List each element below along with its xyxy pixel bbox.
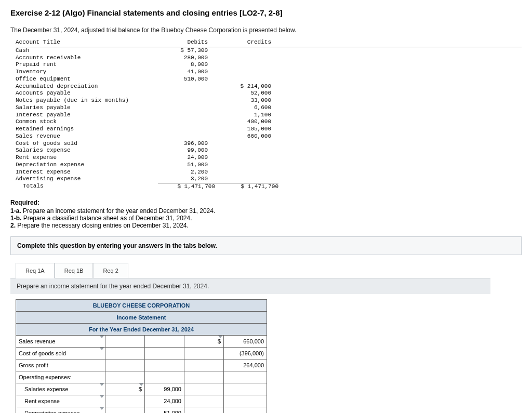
tb-credit: [214, 176, 271, 183]
is-cell[interactable]: [105, 395, 145, 407]
tb-account: Depreciation expense: [16, 162, 151, 169]
tb-totals-label: Totals: [16, 183, 158, 191]
is-row-dep-amount[interactable]: 51,000: [145, 407, 184, 413]
tab-req-2[interactable]: Req 2: [93, 263, 128, 278]
tb-row: Retained earnings105,000: [16, 126, 522, 133]
is-row-rent-amount[interactable]: 24,000: [145, 395, 184, 407]
is-cell[interactable]: [105, 335, 145, 347]
page-title: Exercise 2-12 (Algo) Financial statement…: [10, 8, 522, 17]
tb-debit: [151, 118, 214, 126]
tb-debit: 51,000: [151, 162, 214, 169]
is-cell[interactable]: [184, 359, 224, 371]
tb-account: Interest expense: [16, 169, 151, 176]
is-cell[interactable]: [224, 407, 267, 413]
is-cell[interactable]: [184, 395, 224, 407]
is-row-opx-label: Operating expenses:: [16, 371, 105, 383]
tb-debit: 41,000: [151, 69, 214, 76]
tb-debit: 396,000: [151, 140, 214, 148]
tb-row: Interest payable1,100: [16, 112, 522, 119]
tb-debit: 280,000: [151, 55, 214, 62]
is-row-cogs-amount[interactable]: (396,000): [224, 347, 267, 359]
tb-account: Rent expense: [16, 154, 151, 162]
tb-row: Sales revenue660,000: [16, 133, 522, 140]
tb-credit: [214, 55, 271, 62]
is-cell[interactable]: [184, 383, 224, 395]
tb-row: Depreciation expense51,000: [16, 162, 522, 169]
is-row-sales-sym[interactable]: $: [184, 335, 224, 347]
tb-header-debits: Debits: [151, 39, 214, 46]
tb-debit: [151, 104, 214, 112]
tb-debit: 2,200: [151, 169, 214, 176]
tb-account: Cost of goods sold: [16, 140, 151, 148]
tb-totals-credit: $ 1,471,700: [221, 183, 278, 191]
tb-row: Accounts payable52,000: [16, 90, 522, 97]
tb-row: Inventory41,000: [16, 69, 522, 76]
tb-debit: [151, 126, 214, 133]
tb-row: Salaries expense99,000: [16, 147, 522, 154]
is-row-sales-amount[interactable]: 660,000: [224, 335, 267, 347]
is-cell[interactable]: [224, 395, 267, 407]
tb-row: Notes payable (due in six months)33,000: [16, 97, 522, 104]
tb-row: Salaries payable6,600: [16, 104, 522, 112]
tb-credit: 400,000: [214, 118, 271, 126]
tb-row: Common stock400,000: [16, 118, 522, 126]
is-cell[interactable]: [184, 371, 224, 383]
tb-credit: [214, 162, 271, 169]
is-cell[interactable]: [184, 407, 224, 413]
tb-account: Sales revenue: [16, 133, 151, 140]
tb-account: Salaries payable: [16, 104, 151, 112]
tb-header-account: Account Title: [16, 39, 151, 46]
is-company: BLUEBOY CHEESE CORPORATION: [16, 299, 267, 311]
tb-row: Office equipment510,000: [16, 76, 522, 83]
is-cell[interactable]: [105, 407, 145, 413]
tb-debit: [151, 112, 214, 119]
is-row-gp-amount[interactable]: 264,000: [224, 359, 267, 371]
is-cell[interactable]: [184, 347, 224, 359]
tb-row: Cost of goods sold396,000: [16, 140, 522, 148]
tb-debit: [151, 133, 214, 140]
is-cell[interactable]: [105, 359, 145, 371]
tb-account: Notes payable (due in six months): [16, 97, 151, 104]
tb-debit: [151, 83, 214, 90]
is-cell[interactable]: [145, 347, 184, 359]
tab-row: Req 1A Req 1B Req 2: [16, 262, 522, 278]
is-cell[interactable]: [105, 347, 145, 359]
tb-credit: 33,000: [214, 97, 271, 104]
tb-debit: 99,000: [151, 147, 214, 154]
is-row-cogs-label[interactable]: Cost of goods sold: [16, 347, 105, 359]
tb-account: Prepaid rent: [16, 61, 151, 69]
is-cell[interactable]: [224, 371, 267, 383]
tb-credit: [214, 147, 271, 154]
tab-req-1b[interactable]: Req 1B: [55, 263, 94, 278]
tb-row: Advertising expense3,200: [16, 176, 522, 183]
is-row-dep-label[interactable]: Depreciation expense: [16, 407, 105, 413]
is-row-sal-amount[interactable]: 99,000: [145, 383, 184, 395]
is-row-sal-label[interactable]: Salaries expense: [16, 383, 105, 395]
tb-row: Accumulated depreciation$ 214,000: [16, 83, 522, 90]
tb-credit: [214, 76, 271, 83]
tb-header-credits: Credits: [214, 39, 271, 46]
is-row-rent-label[interactable]: Rent expense: [16, 395, 105, 407]
is-period: For the Year Ended December 31, 2024: [16, 323, 267, 335]
is-cell[interactable]: [145, 371, 184, 383]
tb-account: Advertising expense: [16, 176, 151, 183]
tb-row: Cash$ 57,300: [16, 47, 522, 55]
tb-debit: 3,200: [151, 176, 214, 183]
is-cell[interactable]: [145, 359, 184, 371]
required-list: 1-a. Prepare an income statement for the…: [10, 207, 522, 229]
is-cell[interactable]: [224, 383, 267, 395]
tb-credit: $ 214,000: [214, 83, 271, 90]
tab-instruction: Prepare an income statement for the year…: [10, 278, 490, 294]
tb-account: Accounts payable: [16, 90, 151, 97]
tb-account: Common stock: [16, 118, 151, 126]
is-cell[interactable]: [105, 371, 145, 383]
tb-credit: 6,600: [214, 104, 271, 112]
intro-text: The December 31, 2024, adjusted trial ba…: [10, 26, 522, 34]
tb-row: Accounts receivable280,000: [16, 55, 522, 62]
is-row-sal-sym[interactable]: $: [105, 383, 145, 395]
tb-credit: 1,100: [214, 112, 271, 119]
tab-req-1a[interactable]: Req 1A: [16, 263, 55, 278]
is-cell[interactable]: [145, 335, 184, 347]
is-row-sales-label[interactable]: Sales revenue: [16, 335, 105, 347]
tb-debit: $ 57,300: [151, 47, 214, 55]
